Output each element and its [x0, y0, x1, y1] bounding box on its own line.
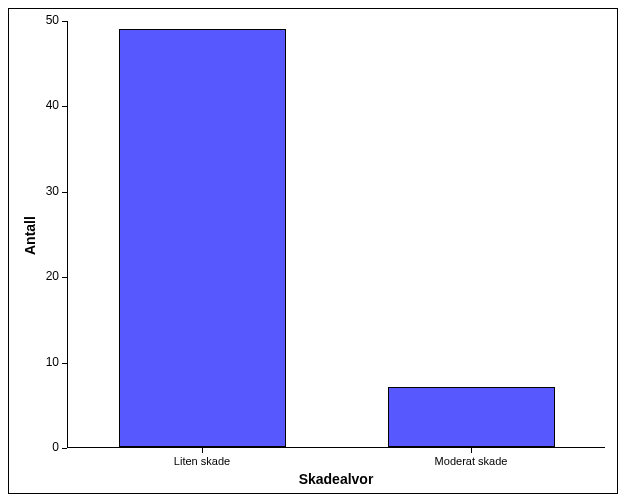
x-tick: Liten skade — [202, 448, 203, 449]
y-tick-label: 30 — [46, 184, 59, 198]
x-tick-mark — [202, 448, 203, 453]
x-axis-title: Skadealvor — [299, 471, 374, 487]
y-axis-title: Antall — [22, 216, 38, 255]
y-tick: 40 — [62, 106, 67, 107]
y-tick: 30 — [62, 192, 67, 193]
y-tick-mark — [62, 192, 67, 193]
x-tick: Moderat skade — [471, 448, 472, 449]
x-tick-label: Liten skade — [174, 455, 230, 467]
bar — [388, 387, 555, 447]
x-tick-mark — [471, 448, 472, 453]
y-tick-label: 20 — [46, 269, 59, 283]
y-tick: 20 — [62, 277, 67, 278]
y-tick: 0 — [62, 448, 67, 449]
y-tick-label: 0 — [52, 440, 59, 454]
y-tick-mark — [62, 21, 67, 22]
y-tick-label: 50 — [46, 13, 59, 27]
y-tick-mark — [62, 106, 67, 107]
x-tick-label: Moderat skade — [435, 455, 508, 467]
y-tick-label: 10 — [46, 355, 59, 369]
y-tick-mark — [62, 363, 67, 364]
y-tick-mark — [62, 448, 67, 449]
y-tick: 10 — [62, 363, 67, 364]
plot-area — [67, 21, 605, 448]
y-tick-mark — [62, 277, 67, 278]
bar — [119, 29, 286, 447]
y-tick: 50 — [62, 21, 67, 22]
y-tick-label: 40 — [46, 98, 59, 112]
chart-stage: Antall Skadealvor 01020304050Liten skade… — [0, 0, 626, 501]
